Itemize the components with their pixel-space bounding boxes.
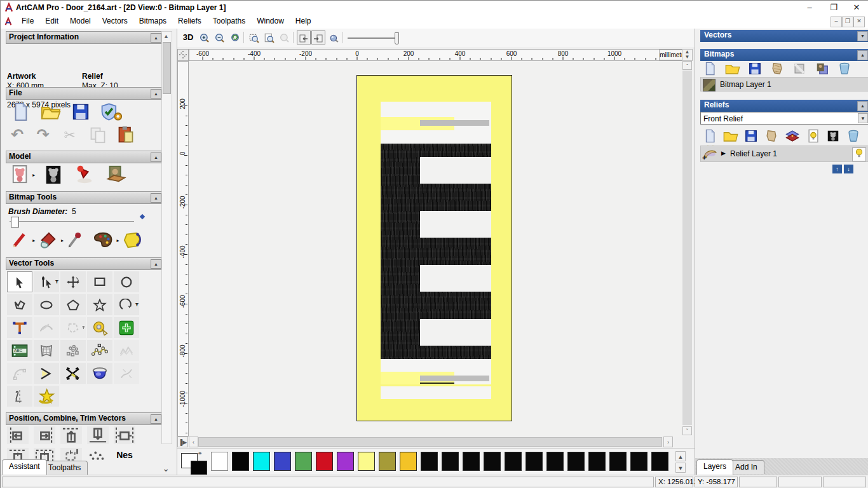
zoom-box-icon[interactable] — [247, 30, 261, 44]
open-icon[interactable] — [41, 102, 61, 121]
vectors-header[interactable]: Vectors ▼ — [700, 30, 868, 42]
arc-icon[interactable]: Ŧ — [114, 294, 139, 315]
vscroll-thumb[interactable] — [682, 71, 692, 425]
palette-scroll-down-icon[interactable]: ▼ — [675, 463, 686, 473]
collapse-up-icon[interactable]: ▲ — [151, 414, 161, 424]
section-model[interactable]: Model ▲ — [6, 151, 163, 163]
palette-scroll-up-icon[interactable]: ▲ — [675, 451, 686, 461]
palette-icon[interactable] — [92, 231, 114, 250]
fade-slider-handle[interactable] — [395, 32, 399, 44]
colour-swatch[interactable] — [630, 452, 648, 471]
bisector-icon[interactable] — [34, 363, 59, 384]
visibility-bulb-icon[interactable] — [852, 147, 866, 161]
colour-swatch[interactable] — [421, 452, 438, 471]
invert-greyscale-icon[interactable] — [44, 165, 63, 185]
viewport-2d[interactable] — [189, 61, 682, 437]
colour-swatch[interactable] — [463, 452, 480, 471]
section-file[interactable]: File ▲ — [6, 87, 163, 100]
cut-icon[interactable]: ✂ — [64, 127, 76, 143]
colour-swatch[interactable] — [211, 452, 228, 471]
scatter-icon[interactable] — [87, 448, 109, 466]
menu-help[interactable]: Help — [290, 15, 317, 27]
zoom-objects-icon[interactable] — [278, 30, 292, 44]
redo-icon[interactable]: ↷ — [37, 126, 50, 144]
scroll-thumb[interactable] — [163, 42, 171, 94]
new-model-icon[interactable] — [11, 102, 30, 121]
colour-swatch[interactable] — [567, 452, 585, 471]
ellipse-icon[interactable] — [34, 294, 59, 315]
assistant-scrollbar[interactable]: ▲ — [161, 31, 172, 444]
colour-swatch[interactable] — [316, 452, 333, 471]
section-bitmap-tools[interactable]: Bitmap Tools ▲ — [6, 191, 163, 204]
new-layer-icon[interactable] — [703, 129, 717, 143]
collapse-up-icon[interactable]: ▲ — [151, 152, 161, 162]
flyout-icon[interactable]: ▸ — [116, 238, 119, 243]
zoom-page-icon[interactable] — [262, 30, 276, 44]
curve-fit-icon[interactable] — [114, 363, 139, 384]
arc-fit-icon[interactable] — [7, 363, 32, 384]
expander-icon[interactable]: ▶ — [721, 150, 726, 156]
menu-bitmaps[interactable]: Bitmaps — [133, 15, 172, 27]
colour-swatch[interactable] — [295, 452, 312, 471]
paste-plus-icon[interactable] — [114, 317, 139, 338]
model-wizard-icon[interactable] — [100, 102, 123, 121]
trash-icon[interactable] — [837, 62, 851, 76]
collapse-up-icon[interactable]: ▲ — [151, 33, 161, 43]
nesting-icon[interactable]: Nes — [114, 448, 135, 466]
tab-assistant[interactable]: Assistant — [2, 459, 47, 475]
brush-slider-handle[interactable] — [11, 217, 19, 227]
primary-secondary-colours[interactable]: ⚭ — [181, 452, 209, 473]
menu-model[interactable]: Model — [64, 15, 97, 27]
scroll-right-icon[interactable]: › — [663, 437, 673, 447]
colour-swatch[interactable] — [505, 452, 522, 471]
delete-crumple-icon[interactable] — [770, 62, 784, 76]
colour-swatch[interactable] — [546, 452, 564, 471]
align-right-icon[interactable] — [34, 426, 55, 444]
colour-swatch[interactable] — [253, 452, 270, 471]
mdi-close-icon[interactable]: ✕ — [853, 17, 865, 27]
close-icon[interactable]: ✕ — [846, 1, 867, 15]
text-icon[interactable] — [7, 317, 32, 338]
relief-selector-dropdown[interactable]: Front Relief ▼ — [700, 112, 868, 125]
scroll-up-icon[interactable]: ▲ — [162, 32, 170, 41]
tab-toolpaths[interactable]: Toolpaths — [41, 461, 88, 475]
restore-icon[interactable]: ❐ — [823, 1, 844, 15]
section-project-information[interactable]: Project Information ▲ — [6, 31, 163, 44]
lighting-icon[interactable] — [75, 165, 95, 185]
layer-visibility-icon[interactable] — [807, 129, 820, 143]
colour-swatch[interactable] — [232, 452, 249, 471]
brush-slider-track[interactable] — [10, 221, 134, 222]
vertical-scrollbar[interactable]: ˆ ˇ — [682, 61, 693, 437]
align-left-icon[interactable] — [7, 426, 29, 444]
scroll-left-icon[interactable]: ‹ — [189, 437, 198, 447]
combine-layers-icon[interactable] — [785, 129, 800, 143]
hscroll-thumb[interactable] — [198, 437, 662, 447]
colour-swatch[interactable] — [651, 452, 668, 471]
polyline-icon[interactable] — [7, 294, 32, 315]
select-icon[interactable] — [7, 271, 32, 292]
move-up-icon[interactable]: ↑ — [832, 165, 842, 173]
node-edit-icon[interactable]: Ŧ — [34, 271, 59, 292]
colour-swatch[interactable] — [526, 452, 543, 471]
horizontal-scrollbar[interactable]: ‹ › — [189, 437, 682, 447]
section-vector-tools[interactable]: Vector Tools ▲ — [6, 257, 163, 270]
align-top-icon[interactable] — [60, 426, 82, 444]
menu-reliefs[interactable]: Reliefs — [172, 15, 207, 27]
align-bottom-icon[interactable] — [87, 426, 109, 444]
tab-add-in[interactable]: Add In — [728, 460, 764, 474]
bitmaps-header[interactable]: Bitmaps ▲ — [700, 49, 868, 61]
colour-swatch[interactable] — [484, 452, 501, 471]
colour-swatch[interactable] — [609, 452, 627, 471]
preview-lens-icon[interactable] — [327, 30, 341, 44]
fade-slider-track[interactable] — [348, 37, 395, 39]
envelope-distort-icon[interactable] — [34, 340, 59, 361]
save-icon[interactable] — [71, 102, 90, 121]
block-copy-icon[interactable] — [60, 340, 86, 361]
undo-icon[interactable]: ↶ — [11, 126, 24, 144]
measure-icon[interactable] — [87, 317, 112, 338]
mdi-restore-icon[interactable]: ❐ — [842, 17, 853, 27]
pane-expand-icon[interactable]: ▐▶ — [177, 437, 188, 447]
circle-icon[interactable] — [114, 271, 139, 292]
transform-icon[interactable] — [60, 271, 86, 292]
weld-icon[interactable] — [87, 363, 112, 384]
